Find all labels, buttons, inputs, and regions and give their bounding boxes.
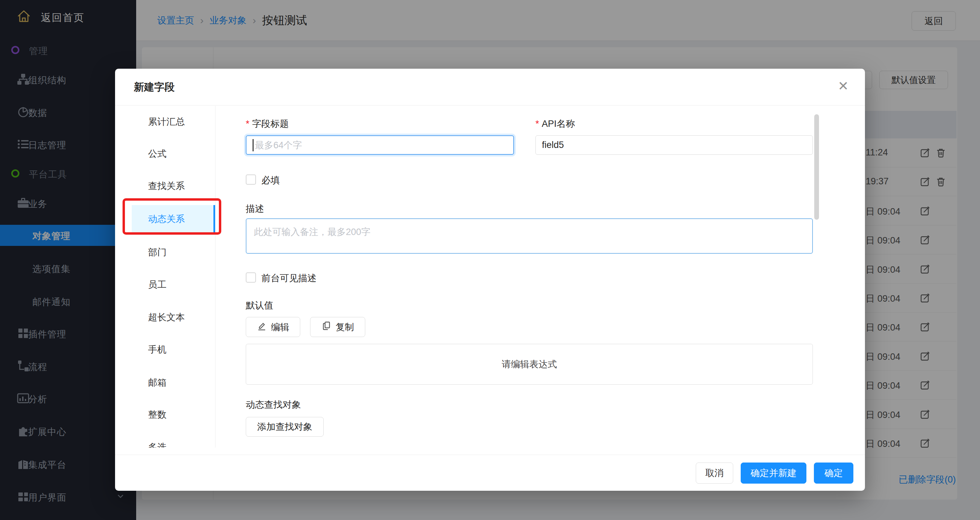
description-textarea[interactable]: 此处可输入备注，最多200字 — [246, 218, 813, 254]
add-lookup-object-button[interactable]: 添加查找对象 — [246, 417, 324, 437]
field-type-item-2[interactable]: 公式 — [115, 144, 215, 164]
required-checkbox[interactable] — [246, 174, 256, 185]
edit-icon — [257, 321, 267, 333]
close-icon[interactable]: ✕ — [838, 79, 849, 92]
api-name-label: *API名称 — [535, 118, 575, 130]
confirm-button[interactable]: 确定 — [814, 463, 853, 484]
copy-button[interactable]: 复制 — [310, 317, 365, 337]
modal-header: 新建字段 ✕ — [115, 69, 865, 105]
api-name-input[interactable]: field5 — [535, 135, 813, 155]
screen: 返回首页 管理 组织结构 数据 日志管理 平台工具 业务 对象管理 选项值集 — [0, 0, 980, 520]
expression-editor-box[interactable]: 请编辑表达式 — [246, 344, 813, 385]
field-type-item-4[interactable]: 动态关系 — [115, 209, 215, 229]
field-type-item-10[interactable]: 整数 — [115, 404, 215, 425]
confirm-and-new-button[interactable]: 确定并新建 — [741, 463, 807, 484]
copy-icon — [321, 321, 331, 333]
field-type-item-7[interactable]: 超长文本 — [115, 307, 215, 328]
cancel-button[interactable]: 取消 — [696, 463, 733, 484]
required-checkbox-label: 必填 — [261, 174, 280, 186]
field-type-item-9[interactable]: 邮箱 — [115, 373, 215, 393]
required-star: * — [246, 119, 250, 129]
scrollbar-thumb[interactable] — [814, 114, 819, 220]
front-visible-desc-checkbox[interactable] — [246, 273, 256, 282]
default-value-label: 默认值 — [246, 299, 273, 312]
required-star: * — [535, 119, 539, 129]
field-type-item-6[interactable]: 员工 — [115, 274, 215, 295]
new-field-modal: 新建字段 ✕ 累计汇总公式查找关系动态关系部门员工超长文本手机邮箱整数多选 *字… — [115, 69, 865, 491]
text-caret — [253, 139, 254, 151]
field-type-item-3[interactable]: 查找关系 — [115, 176, 215, 196]
modal-footer: 取消 确定并新建 确定 — [115, 455, 865, 491]
field-type-item-8[interactable]: 手机 — [115, 339, 215, 360]
field-type-item-1[interactable]: 累计汇总 — [115, 111, 215, 132]
front-visible-desc-label: 前台可见描述 — [261, 272, 317, 284]
field-type-item-5[interactable]: 部门 — [115, 242, 215, 263]
edit-button[interactable]: 编辑 — [246, 317, 300, 337]
field-title-label: *字段标题 — [246, 118, 289, 130]
field-title-input[interactable]: 最多64个字 — [246, 135, 514, 155]
description-label: 描述 — [246, 203, 264, 215]
field-type-item-11[interactable]: 多选 — [115, 437, 215, 447]
dynamic-lookup-label: 动态查找对象 — [246, 399, 301, 411]
modal-title: 新建字段 — [134, 80, 175, 94]
field-type-menu: 累计汇总公式查找关系动态关系部门员工超长文本手机邮箱整数多选 — [115, 106, 215, 447]
